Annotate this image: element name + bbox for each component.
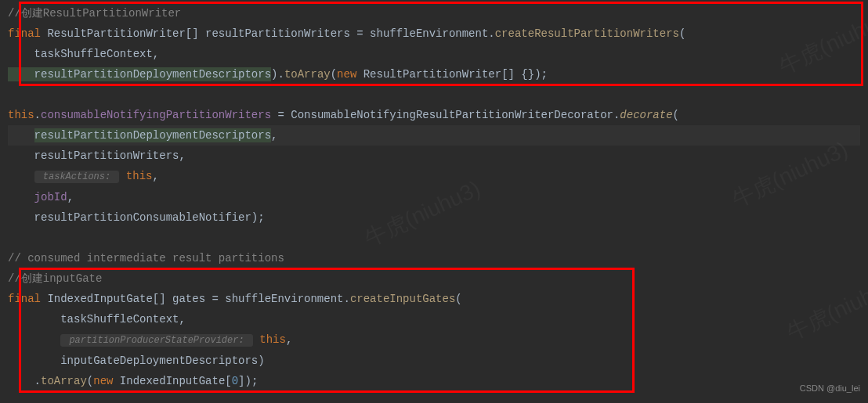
- code-line: resultPartitionDeploymentDescriptors).to…: [8, 64, 860, 85]
- code-line-current: resultPartitionDeploymentDescriptors,: [8, 125, 860, 146]
- blank-line: [8, 228, 860, 248]
- comment-text: // consumed intermediate result partitio…: [8, 252, 284, 264]
- code-line: this.consumableNotifyingPartitionWriters…: [8, 105, 860, 125]
- code-editor-area[interactable]: //创建ResultPartitionWriter final ResultPa…: [8, 3, 860, 391]
- code-line: .toArray(new IndexedInputGate[0]);: [8, 371, 860, 391]
- code-line: taskShuffleContext,: [8, 44, 860, 64]
- param-hint: partitionProducerStateProvider:: [60, 334, 253, 347]
- code-line: final ResultPartitionWriter[] resultPart…: [8, 23, 860, 44]
- comment-text: //创建inputGate: [8, 272, 102, 285]
- code-line: jobId,: [8, 187, 860, 207]
- code-line: partitionProducerStateProvider: this,: [8, 329, 860, 351]
- code-line: inputGateDeploymentDescriptors): [8, 351, 860, 371]
- code-line: //创建inputGate: [8, 268, 860, 289]
- code-line: taskShuffleContext,: [8, 309, 860, 329]
- code-line: //创建ResultPartitionWriter: [8, 3, 860, 23]
- code-line: final IndexedInputGate[] gates = shuffle…: [8, 289, 860, 309]
- param-hint: taskActions:: [34, 171, 120, 183]
- attribution-text: CSDN @diu_lei: [800, 378, 860, 398]
- blank-line: [8, 85, 860, 105]
- comment-text: //创建ResultPartitionWriter: [8, 7, 181, 20]
- code-line: // consumed intermediate result partitio…: [8, 248, 860, 268]
- code-line: resultPartitionConsumableNotifier);: [8, 207, 860, 228]
- code-line: taskActions: this,: [8, 166, 860, 187]
- code-line: resultPartitionWriters,: [8, 146, 860, 166]
